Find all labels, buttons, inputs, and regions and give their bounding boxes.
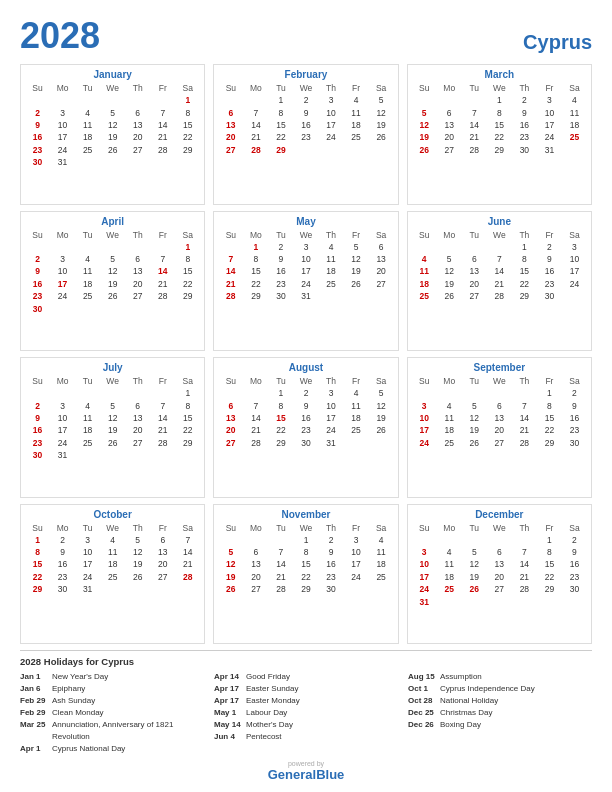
holiday-date: Feb 29 <box>20 695 48 707</box>
day-header: Tu <box>75 375 100 387</box>
day-header: We <box>100 229 125 241</box>
calendar-day: 8 <box>537 399 562 411</box>
holidays-section: 2028 Holidays for Cyprus Jan 1New Year's… <box>20 650 592 755</box>
calendar-day: 21 <box>150 278 175 290</box>
calendar-day <box>218 387 243 399</box>
calendar-day: 1 <box>175 241 200 253</box>
calendar-day: 26 <box>100 144 125 156</box>
day-header: Th <box>319 229 344 241</box>
month-name: May <box>218 216 393 227</box>
holiday-item: Apr 17Easter Monday <box>214 695 398 707</box>
calendar-day <box>487 595 512 607</box>
calendar-day: 18 <box>437 571 462 583</box>
month-block-august: AugustSuMoTuWeThFrSa12345678910111213141… <box>213 357 398 498</box>
day-header: Su <box>412 82 437 94</box>
calendar-day: 25 <box>412 290 437 302</box>
calendar-day: 27 <box>369 278 394 290</box>
calendar-day: 28 <box>218 290 243 302</box>
calendar-day: 22 <box>175 424 200 436</box>
calendar-day: 15 <box>175 412 200 424</box>
calendar-day <box>462 534 487 546</box>
day-header: Su <box>25 522 50 534</box>
calendar-day: 10 <box>50 119 75 131</box>
holiday-item: Oct 1Cyprus Independence Day <box>408 683 592 695</box>
calendar-day: 8 <box>512 253 537 265</box>
calendar-day: 13 <box>218 119 243 131</box>
calendar-day: 8 <box>175 106 200 118</box>
footer: powered by GeneralBlue <box>20 760 592 782</box>
day-header: Fr <box>150 229 175 241</box>
calendar-table: SuMoTuWeThFrSa12345678910111213141516171… <box>25 522 200 596</box>
calendar-day: 2 <box>293 387 318 399</box>
calendar-day: 28 <box>243 437 268 449</box>
holidays-column: Aug 15AssumptionOct 1Cyprus Independence… <box>408 671 592 755</box>
calendar-day: 25 <box>319 278 344 290</box>
calendar-day <box>125 583 150 595</box>
month-name: November <box>218 509 393 520</box>
day-header: Mo <box>437 82 462 94</box>
calendar-day: 10 <box>50 412 75 424</box>
day-header: Sa <box>369 229 394 241</box>
calendar-day <box>75 94 100 106</box>
calendar-day: 15 <box>175 265 200 277</box>
calendar-day: 1 <box>25 534 50 546</box>
calendar-day: 20 <box>369 265 394 277</box>
calendar-day: 21 <box>268 571 293 583</box>
calendar-day: 19 <box>462 571 487 583</box>
holiday-date: Dec 26 <box>408 719 436 731</box>
calendar-day: 25 <box>344 131 369 143</box>
calendar-day: 14 <box>512 412 537 424</box>
calendar-day: 26 <box>369 131 394 143</box>
calendar-day: 17 <box>412 571 437 583</box>
calendar-day: 12 <box>100 265 125 277</box>
day-header: We <box>100 82 125 94</box>
day-header: Fr <box>537 229 562 241</box>
calendar-day: 30 <box>25 302 50 314</box>
calendar-day: 20 <box>125 424 150 436</box>
calendar-day: 3 <box>562 241 587 253</box>
day-header: We <box>293 375 318 387</box>
calendar-day: 30 <box>268 290 293 302</box>
calendar-day: 2 <box>25 106 50 118</box>
calendar-day: 9 <box>25 412 50 424</box>
calendar-day: 14 <box>218 265 243 277</box>
calendar-day: 16 <box>319 558 344 570</box>
month-block-january: JanuarySuMoTuWeThFrSa1234567891011121314… <box>20 64 205 205</box>
calendar-day: 16 <box>25 131 50 143</box>
calendar-day: 24 <box>344 571 369 583</box>
month-name: December <box>412 509 587 520</box>
calendar-day: 7 <box>150 399 175 411</box>
calendar-day: 11 <box>437 558 462 570</box>
holiday-name: Pentecost <box>246 731 282 743</box>
calendar-table: SuMoTuWeThFrSa12345678910111213141516171… <box>218 522 393 596</box>
holiday-item: Dec 26Boxing Day <box>408 719 592 731</box>
calendar-day: 12 <box>369 106 394 118</box>
calendar-day: 6 <box>125 253 150 265</box>
calendar-day: 27 <box>487 583 512 595</box>
calendar-day: 26 <box>218 583 243 595</box>
day-header: Mo <box>437 229 462 241</box>
calendar-day: 28 <box>243 144 268 156</box>
calendar-day: 6 <box>125 106 150 118</box>
day-header: Tu <box>462 522 487 534</box>
calendar-day: 20 <box>218 131 243 143</box>
calendar-day: 27 <box>125 144 150 156</box>
calendar-table: SuMoTuWeThFrSa12345678910111213141516171… <box>25 229 200 315</box>
calendar-day <box>319 290 344 302</box>
calendar-day: 17 <box>50 131 75 143</box>
day-header: Tu <box>268 229 293 241</box>
calendar-day: 26 <box>100 290 125 302</box>
holiday-name: Clean Monday <box>52 707 104 719</box>
calendar-day: 18 <box>412 278 437 290</box>
calendar-day <box>150 94 175 106</box>
calendar-day: 6 <box>150 534 175 546</box>
calendar-day <box>50 302 75 314</box>
calendar-day: 18 <box>100 558 125 570</box>
calendar-day: 29 <box>175 144 200 156</box>
calendar-day <box>412 94 437 106</box>
day-header: Tu <box>462 375 487 387</box>
holiday-item: Apr 17Easter Sunday <box>214 683 398 695</box>
calendar-day: 15 <box>175 119 200 131</box>
calendar-day: 17 <box>562 265 587 277</box>
calendar-day: 29 <box>175 290 200 302</box>
